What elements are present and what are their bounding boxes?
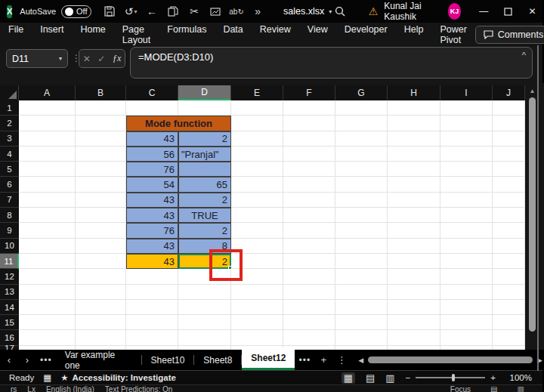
cell-B6[interactable]	[76, 177, 126, 192]
vertical-scroll-thumb[interactable]	[529, 97, 536, 332]
cell-I12[interactable]	[440, 269, 493, 284]
excel-logo-icon[interactable]: X	[7, 5, 12, 18]
cell-D16[interactable]	[178, 330, 231, 345]
cell-E8[interactable]	[231, 208, 283, 223]
macro-record-icon[interactable]: ▦	[43, 372, 51, 383]
cell-F5[interactable]	[283, 162, 335, 177]
cell-C10[interactable]: 43	[126, 239, 178, 254]
cell-H15[interactable]	[388, 315, 440, 330]
col-header-B[interactable]: B	[76, 85, 126, 100]
cell-H11[interactable]	[388, 254, 440, 269]
horizontal-scroll-thumb[interactable]	[368, 357, 533, 363]
insert-picture-icon[interactable]	[206, 2, 224, 20]
minimize-button[interactable]: —	[471, 0, 496, 23]
cell-G10[interactable]	[335, 239, 388, 254]
cell-J9[interactable]	[493, 223, 525, 238]
cell-E9[interactable]	[231, 223, 283, 238]
cell-A5[interactable]	[19, 162, 76, 177]
zoom-percentage[interactable]: 100%	[506, 373, 532, 382]
cell-G1[interactable]	[335, 100, 388, 116]
row-header-3[interactable]: 3	[0, 131, 19, 147]
cell-A11[interactable]	[19, 254, 76, 269]
cell-E14[interactable]	[231, 300, 283, 315]
comments-button[interactable]: Comments	[475, 26, 544, 44]
col-header-C[interactable]: C	[126, 85, 178, 100]
new-sheet-button[interactable]: +	[314, 354, 332, 366]
cell-A9[interactable]	[19, 223, 76, 238]
cell-H4[interactable]	[388, 147, 440, 162]
more-sheets-left-icon[interactable]: •••	[36, 355, 56, 366]
cell-I8[interactable]	[440, 208, 493, 223]
cell-J10[interactable]	[493, 239, 525, 254]
cell-C13[interactable]	[126, 285, 178, 300]
col-header-A[interactable]: A	[19, 85, 76, 100]
cell-D15[interactable]	[178, 315, 231, 330]
normal-view-icon[interactable]: ▦	[342, 372, 355, 384]
cell-E15[interactable]	[231, 315, 283, 330]
more-sheets-right-icon[interactable]: •••	[295, 355, 314, 366]
cell-J5[interactable]	[493, 162, 525, 177]
cell-D14[interactable]	[178, 300, 231, 315]
sheet-options-icon[interactable]: ⋮	[332, 354, 351, 366]
cell-C8[interactable]: 43	[126, 208, 178, 223]
cell-J11[interactable]	[493, 254, 525, 269]
maximize-button[interactable]	[496, 0, 520, 23]
cell-C4[interactable]: 56	[126, 147, 178, 162]
cell-F8[interactable]	[283, 208, 335, 223]
cell-F4[interactable]	[283, 147, 335, 162]
cell-G7[interactable]	[335, 193, 388, 208]
col-header-G[interactable]: G	[335, 85, 388, 100]
cell-F6[interactable]	[283, 177, 335, 192]
cell-D8[interactable]: TRUE	[178, 208, 231, 223]
cell-H2[interactable]	[388, 116, 440, 131]
scroll-up-icon[interactable]: ▲	[530, 88, 536, 94]
cell-G4[interactable]	[335, 147, 388, 162]
row-header-15[interactable]: 15	[0, 315, 19, 330]
cell-J1[interactable]	[493, 100, 525, 116]
cell-C6[interactable]: 54	[126, 177, 178, 192]
sheet-tab-sheet10[interactable]: Sheet10	[142, 350, 194, 370]
col-header-E[interactable]: E	[231, 85, 283, 100]
cell-H13[interactable]	[388, 285, 440, 300]
cell-I16[interactable]	[440, 330, 493, 345]
cell-D1[interactable]	[178, 100, 231, 116]
cell-H6[interactable]	[388, 177, 440, 192]
cell-D5[interactable]	[178, 162, 231, 177]
replace-icon[interactable]: ab↻	[227, 2, 246, 20]
cell-C2-merged[interactable]: Mode function	[126, 116, 231, 131]
cell-I14[interactable]	[440, 300, 493, 315]
autosave-toggle[interactable]: Off	[61, 5, 91, 18]
cell-E2[interactable]	[231, 116, 283, 131]
cell-H3[interactable]	[388, 131, 440, 147]
cell-C12[interactable]	[126, 269, 178, 284]
next-sheet-icon[interactable]: ›	[18, 354, 36, 366]
cell-G3[interactable]	[335, 131, 388, 147]
cell-J6[interactable]	[493, 177, 525, 192]
cell-B15[interactable]	[76, 315, 126, 330]
more-commands-icon[interactable]: »	[249, 2, 267, 20]
cell-D3[interactable]: 2	[178, 131, 231, 147]
cell-J15[interactable]	[493, 315, 525, 330]
zoom-in-icon[interactable]: +	[490, 373, 496, 382]
cell-B12[interactable]	[76, 269, 126, 284]
name-box[interactable]: D11 ▾	[6, 49, 68, 68]
cell-I10[interactable]	[440, 239, 493, 254]
cell-A2[interactable]	[19, 116, 76, 131]
cell-A3[interactable]	[19, 131, 76, 147]
sheet-tab-var-example-one[interactable]: Var example one	[56, 350, 141, 370]
search-icon[interactable]	[332, 2, 348, 20]
cell-I7[interactable]	[440, 193, 493, 208]
row-header-12[interactable]: 12	[0, 269, 19, 284]
cell-B11[interactable]	[76, 254, 126, 269]
cell-A15[interactable]	[19, 315, 76, 330]
page-layout-view-icon[interactable]: ▤	[366, 372, 375, 384]
cell-J7[interactable]	[493, 193, 525, 208]
scroll-left-icon[interactable]: ◀	[358, 357, 363, 364]
cell-B5[interactable]	[76, 162, 126, 177]
tab-home[interactable]: Home	[72, 20, 113, 50]
zoom-slider[interactable]	[416, 377, 485, 378]
cell-C7[interactable]: 43	[126, 193, 178, 208]
cell-C11[interactable]: 43	[126, 254, 178, 269]
cell-A14[interactable]	[19, 300, 76, 315]
cell-E5[interactable]	[231, 162, 283, 177]
